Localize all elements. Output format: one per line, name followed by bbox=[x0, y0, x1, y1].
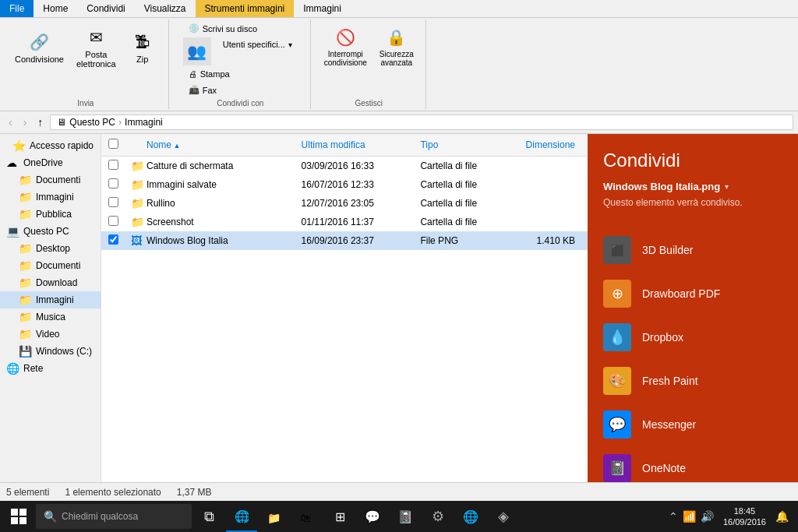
tab-home[interactable]: Home bbox=[34, 0, 77, 17]
tab-immagini[interactable]: Immagini bbox=[294, 0, 351, 17]
star-icon: ⭐ bbox=[12, 139, 25, 152]
btn-scrivi-su-disco[interactable]: 💿 Scrivi su disco bbox=[183, 21, 263, 36]
search-bar[interactable]: 🔍 Chiedimi qualcosa bbox=[36, 504, 192, 529]
table-row[interactable]: 🖼 Windows Blog Italia 16/09/2016 23:37 F… bbox=[101, 231, 588, 250]
row-checkbox[interactable] bbox=[108, 178, 118, 188]
sidebar-item-pubblica-od[interactable]: 📁 Pubblica bbox=[0, 206, 101, 223]
drawboard-pdf-icon: ⊕ bbox=[603, 280, 631, 308]
file-size bbox=[498, 220, 588, 224]
row-checkbox[interactable] bbox=[108, 234, 118, 245]
taskview-button[interactable]: ⧉ bbox=[193, 501, 224, 532]
breadcrumb-immagini[interactable]: Immagini bbox=[125, 117, 163, 128]
app-item-drawboard-pdf[interactable]: ⊕ Drawboard PDF bbox=[588, 272, 798, 315]
row-checkbox[interactable] bbox=[108, 160, 118, 170]
explorer-icon[interactable]: 📁 bbox=[259, 501, 290, 532]
chrome-icon[interactable]: 🌐 bbox=[455, 501, 486, 532]
sidebar-item-documenti-pc[interactable]: 📁 Documenti bbox=[0, 257, 101, 274]
btn-posta-elettronica[interactable]: ✉ Postaelettronica bbox=[71, 21, 122, 72]
search-text: Chiedimi qualcosa bbox=[62, 511, 138, 522]
sidebar-item-onedrive[interactable]: ☁ OneDrive bbox=[0, 154, 101, 171]
sidebar-item-video[interactable]: 📁 Video bbox=[0, 326, 101, 343]
breadcrumb-questo-pc[interactable]: Questo PC bbox=[69, 117, 115, 128]
sidebar-item-musica[interactable]: 📁 Musica bbox=[0, 308, 101, 326]
row-checkbox[interactable] bbox=[108, 197, 118, 207]
row-checkbox[interactable] bbox=[108, 216, 118, 226]
sidebar-item-download[interactable]: 📁 Download bbox=[0, 274, 101, 291]
sidebar-item-windows-c[interactable]: 💾 Windows (C:) bbox=[0, 343, 101, 360]
btn-stampa[interactable]: 🖨 Stampa bbox=[183, 67, 235, 81]
table-row[interactable]: 📁 Rullino 12/07/2016 23:05 Cartella di f… bbox=[101, 194, 588, 213]
btn-zip[interactable]: 🗜 Zip bbox=[123, 26, 162, 68]
btn-utenti-specifici[interactable]: Utenti specifici... ▾ bbox=[217, 37, 298, 51]
table-row[interactable]: 📁 Catture di schermata 03/09/2016 16:33 … bbox=[101, 157, 588, 175]
file-size: 1.410 KB bbox=[498, 234, 588, 248]
btn-fax[interactable]: 📠 Fax bbox=[183, 83, 222, 97]
file-type: Cartella di file bbox=[414, 196, 497, 210]
tab-strumenti-immagini[interactable]: Strumenti immagini bbox=[196, 0, 295, 17]
clock[interactable]: 18:45 16/09/2016 bbox=[719, 506, 771, 528]
col-header-size[interactable]: Dimensione bbox=[498, 138, 588, 152]
file-type: Cartella di file bbox=[414, 178, 497, 192]
select-all-checkbox[interactable] bbox=[108, 139, 118, 149]
back-button[interactable]: ‹ bbox=[5, 114, 16, 131]
zip-icon: 🗜 bbox=[130, 30, 155, 55]
3d-builder-icon: ⬛ bbox=[603, 236, 631, 264]
btn-condivisione[interactable]: 🔗 Condivisione bbox=[9, 26, 69, 68]
start-button[interactable] bbox=[3, 501, 34, 532]
edge-icon[interactable]: 🌐 bbox=[226, 501, 257, 532]
network-tray-icon[interactable]: 📶 bbox=[683, 510, 696, 523]
store-icon[interactable]: 🛍 bbox=[291, 501, 323, 532]
condividi-title: Condividi bbox=[603, 150, 782, 171]
btn-interrompi-condivisione[interactable]: 🚫 Interrompicondivisione bbox=[319, 21, 373, 71]
condividi-file[interactable]: Windows Blog Italia.png ▾ bbox=[603, 181, 782, 192]
sidebar-item-rete[interactable]: 🌐 Rete bbox=[0, 360, 101, 377]
col-header-name[interactable]: Nome bbox=[140, 138, 295, 152]
app-item-3d-builder[interactable]: ⬛ 3D Builder bbox=[588, 228, 798, 272]
tab-file[interactable]: File bbox=[0, 0, 34, 17]
onenote-taskbar-icon[interactable]: 📓 bbox=[390, 501, 421, 532]
folder-icon: 📁 bbox=[19, 311, 31, 323]
table-row[interactable]: 📁 Immagini salvate 16/07/2016 12:33 Cart… bbox=[101, 175, 588, 194]
address-bar: ‹ › ↑ 🖥 Questo PC › Immagini bbox=[0, 111, 798, 134]
col-header-date[interactable]: Ultima modifica bbox=[295, 138, 415, 152]
disco-icon: 💿 bbox=[189, 23, 200, 33]
table-row[interactable]: 📁 Screenshot 01/11/2016 11:37 Cartella d… bbox=[101, 213, 588, 231]
search-icon: 🔍 bbox=[44, 510, 57, 523]
folder-icon: 📁 bbox=[19, 174, 31, 186]
col-header-type[interactable]: Tipo bbox=[414, 138, 497, 152]
sidebar-item-accesso-rapido[interactable]: ⭐ Accesso rapido bbox=[0, 137, 101, 154]
sidebar-item-questo-pc[interactable]: 💻 Questo PC bbox=[0, 223, 101, 240]
file-list-header: Nome Ultima modifica Tipo Dimensione bbox=[101, 134, 588, 157]
file-name: Windows Blog Italia bbox=[140, 234, 295, 248]
sidebar-item-immagini-pc[interactable]: 📁 Immagini bbox=[0, 291, 101, 308]
sidebar-item-immagini-od[interactable]: 📁 Immagini bbox=[0, 188, 101, 206]
posta-icon: ✉ bbox=[83, 25, 108, 50]
sidebar-item-documenti-od[interactable]: 📁 Documenti bbox=[0, 171, 101, 188]
onenote-icon: 📓 bbox=[603, 454, 631, 482]
forward-button[interactable]: › bbox=[19, 114, 31, 131]
chevron-up-icon[interactable]: ⌃ bbox=[669, 510, 678, 523]
tab-visualizza[interactable]: Visualizza bbox=[135, 0, 196, 17]
notification-icon[interactable]: 🔔 bbox=[775, 510, 789, 523]
file-size bbox=[498, 183, 588, 186]
app-item-dropbox[interactable]: 💧 Dropbox bbox=[588, 315, 798, 359]
app-item-messenger[interactable]: 💬 Messenger bbox=[588, 403, 798, 446]
main-area: ⭐ Accesso rapido ☁ OneDrive 📁 Documenti … bbox=[0, 134, 798, 482]
sidebar: ⭐ Accesso rapido ☁ OneDrive 📁 Documenti … bbox=[0, 134, 101, 482]
whatsapp-icon[interactable]: 💬 bbox=[357, 501, 388, 532]
btn-sicurezza-avanzata[interactable]: 🔒 Sicurezzaavanzata bbox=[374, 21, 419, 71]
file-type: Cartella di file bbox=[414, 215, 497, 229]
app-item-fresh-paint[interactable]: 🎨 Fresh Paint bbox=[588, 359, 798, 403]
breadcrumb[interactable]: 🖥 Questo PC › Immagini bbox=[50, 115, 793, 130]
app1-icon[interactable]: ⊞ bbox=[324, 501, 355, 532]
up-button[interactable]: ↑ bbox=[34, 114, 47, 131]
folder-icon: 📁 bbox=[19, 328, 31, 340]
sidebar-item-desktop[interactable]: 📁 Desktop bbox=[0, 240, 101, 257]
utenti-icon-box: 👥 bbox=[183, 37, 211, 65]
gestisci-label: Gestisci bbox=[355, 99, 383, 107]
volume-icon[interactable]: 🔊 bbox=[701, 510, 714, 523]
settings-icon[interactable]: ⚙ bbox=[422, 501, 454, 532]
tab-condividi[interactable]: Condividi bbox=[77, 0, 134, 17]
app-item-onenote[interactable]: 📓 OneNote bbox=[588, 446, 798, 482]
app2-icon[interactable]: ◈ bbox=[488, 501, 519, 532]
